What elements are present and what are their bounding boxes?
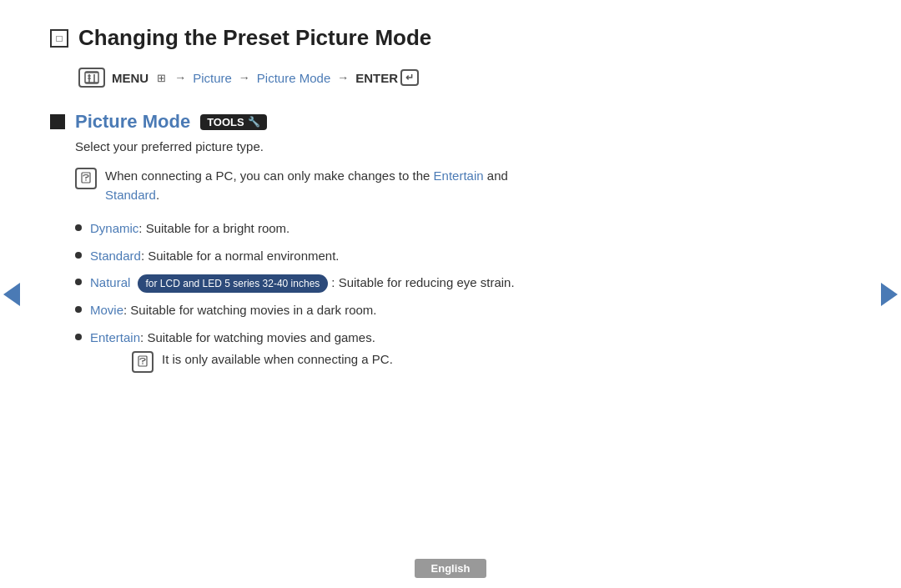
section-title: Picture Mode <box>75 111 190 133</box>
note-text-mid: and <box>484 168 508 183</box>
section-subtitle: Select your preferred picture type. <box>75 139 734 153</box>
bullet-list: Dynamic: Suitable for a bright room. Sta… <box>75 219 734 373</box>
main-content: □ Changing the Preset Picture Mode MENU … <box>0 0 801 406</box>
entertain-note-text: It is only available when connecting a P… <box>162 350 393 369</box>
enter-label: ENTER ↵ <box>355 69 419 86</box>
right-arrow-icon <box>881 283 898 306</box>
nav-arrow-3: → <box>337 71 349 84</box>
svg-rect-0 <box>85 72 98 83</box>
menu-icon <box>78 68 105 88</box>
menu-grid-icon: ⊞ <box>157 72 166 84</box>
section-heading-row: Picture Mode TOOLS 🔧 <box>50 111 734 133</box>
left-arrow-icon <box>3 283 20 306</box>
bullet-dot <box>75 306 82 313</box>
note-icon-1 <box>75 168 97 189</box>
list-item: Dynamic: Suitable for a bright room. <box>75 219 734 239</box>
bullet-dot <box>75 224 82 231</box>
nav-picture[interactable]: Picture <box>193 71 232 85</box>
bullet-content: Movie: Suitable for watching movies in a… <box>90 301 377 320</box>
list-item: Entertain: Suitable for watching movies … <box>75 329 734 374</box>
enter-box-icon: ↵ <box>400 69 419 86</box>
prev-page-button[interactable] <box>0 274 23 315</box>
note-text-after: . <box>156 188 159 202</box>
svg-point-2 <box>142 363 143 364</box>
checkbox-icon: □ <box>50 29 68 48</box>
bullet-text-dynamic: : Suitable for a bright room. <box>138 221 289 235</box>
bullet-label-entertain: Entertain <box>90 330 140 344</box>
bottom-bar: English <box>0 552 901 588</box>
bullet-text-movie: : Suitable for watching movies in a dark… <box>123 303 376 317</box>
bullet-content: Standard: Suitable for a normal environm… <box>90 247 340 266</box>
note-row-1: When connecting a PC, you can only make … <box>75 167 734 204</box>
nav-picture-mode[interactable]: Picture Mode <box>257 71 330 85</box>
note-text-before: When connecting a PC, you can only make … <box>105 168 434 183</box>
bullet-text-natural: : Suitable for reducing eye strain. <box>331 275 514 289</box>
next-page-button[interactable] <box>878 274 901 315</box>
bullet-content-entertain: Entertain: Suitable for watching movies … <box>90 329 393 374</box>
bullet-content: Dynamic: Suitable for a bright room. <box>90 219 289 239</box>
language-badge[interactable]: English <box>415 559 487 578</box>
nav-arrow-1: → <box>174 71 186 84</box>
natural-badge: for LCD and LED 5 series 32-40 inches <box>138 274 329 293</box>
svg-point-1 <box>85 179 87 181</box>
entertain-note-row: It is only available when connecting a P… <box>132 350 393 373</box>
bullet-text-entertain: : Suitable for watching movies and games… <box>140 330 375 344</box>
list-item: Movie: Suitable for watching movies in a… <box>75 301 734 320</box>
bullet-dot <box>75 252 82 259</box>
bullet-label-natural: Natural <box>90 275 130 289</box>
note-icon-2 <box>132 351 154 373</box>
nav-arrow-2: → <box>239 71 250 84</box>
note-highlight-1: Entertain <box>434 168 484 183</box>
tools-badge: TOOLS 🔧 <box>200 114 267 130</box>
list-item: Standard: Suitable for a normal environm… <box>75 247 734 266</box>
note-highlight-2: Standard <box>105 188 156 202</box>
note-text-1: When connecting a PC, you can only make … <box>105 167 508 204</box>
bullet-label-dynamic: Dynamic <box>90 221 138 235</box>
nav-breadcrumb: MENU ⊞ → Picture → Picture Mode → ENTER … <box>78 68 734 88</box>
bullet-label-standard: Standard <box>90 249 141 263</box>
page-title-row: □ Changing the Preset Picture Mode <box>50 25 734 51</box>
bullet-text-standard: : Suitable for a normal environment. <box>141 249 340 263</box>
bullet-content: Natural for LCD and LED 5 series 32-40 i… <box>90 274 515 293</box>
list-item: Natural for LCD and LED 5 series 32-40 i… <box>75 274 734 293</box>
tools-badge-icon: 🔧 <box>248 116 260 128</box>
tools-badge-label: TOOLS <box>207 116 244 128</box>
bullet-label-movie: Movie <box>90 303 123 317</box>
bullet-dot <box>75 334 82 340</box>
section-square-icon <box>50 114 65 129</box>
bullet-dot <box>75 279 82 285</box>
page-title: Changing the Preset Picture Mode <box>78 25 431 51</box>
menu-label: MENU <box>112 71 148 85</box>
